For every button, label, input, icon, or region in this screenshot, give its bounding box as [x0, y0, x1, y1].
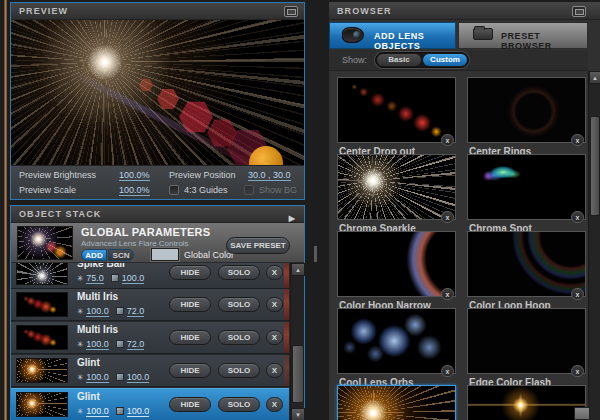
scrollbar-thumb[interactable]	[590, 116, 600, 216]
stack-row-values: ✳ 100.0 72.0	[77, 339, 144, 349]
hide-button[interactable]: HIDE	[169, 363, 211, 378]
preview-scale-label: Preview Scale	[19, 185, 76, 195]
browser-scrollbar[interactable]: ▲	[588, 71, 600, 420]
solo-button[interactable]: SOLO	[218, 397, 260, 412]
brightness-icon: ✳	[77, 340, 84, 349]
scale-value[interactable]: 72.0	[127, 339, 145, 350]
lens-object-thumbnail[interactable]: x	[337, 77, 456, 143]
stack-row[interactable]: Multi Iris ✳ 100.0 72.0 HIDE SOLO X	[11, 322, 289, 354]
folder-icon	[473, 28, 493, 40]
scroll-up-icon[interactable]: ▲	[589, 71, 600, 84]
stack-row[interactable]: Spike Ball ✳ 75.0 100.0 HIDE SOLO X	[11, 263, 289, 289]
guides-checkbox[interactable]	[169, 185, 179, 195]
stack-row-thumbnail	[16, 358, 68, 383]
delete-button[interactable]: X	[266, 397, 283, 412]
scale-value[interactable]: 100.0	[127, 372, 150, 383]
global-color-label: Global Color	[184, 250, 234, 260]
brightness-icon: ✳	[77, 307, 84, 316]
show-basic-button[interactable]: Basic	[377, 54, 421, 66]
delete-button[interactable]: X	[266, 330, 283, 345]
stack-row-values: ✳ 100.0 100.0	[77, 372, 149, 382]
object-stack-header: OBJECT STACK ▶	[11, 206, 304, 223]
row-edge-strip	[284, 322, 289, 353]
stack-row-name: Multi Iris	[77, 324, 118, 335]
lens-object-thumbnail[interactable]: x	[467, 154, 586, 220]
hide-button[interactable]: HIDE	[169, 297, 211, 312]
add-mode-button[interactable]: ADD	[81, 249, 107, 261]
global-color-swatch[interactable]	[151, 248, 179, 261]
delete-button[interactable]: X	[266, 297, 283, 312]
preview-brightness-value[interactable]: 100.0%	[119, 170, 150, 181]
scrollbar-thumb[interactable]	[292, 345, 304, 403]
brightness-value[interactable]: 100.0	[86, 306, 109, 317]
preview-position-value[interactable]: 30.0 , 30.0	[248, 170, 291, 181]
stack-row-values: ✳ 100.0 100.0	[77, 406, 149, 416]
panel-divider-handle[interactable]	[314, 246, 317, 262]
remove-thumb-button[interactable]: x	[571, 365, 584, 377]
stack-row-name: Glint	[77, 357, 100, 368]
tab-preset-browser[interactable]: PRESET BROWSER	[458, 22, 588, 49]
scroll-down-icon[interactable]: ▼	[291, 408, 305, 420]
object-stack-list: Spike Ball ✳ 75.0 100.0 HIDE SOLO X Mult…	[11, 263, 304, 420]
lens-object-thumbnail[interactable]: x	[467, 231, 586, 297]
preview-brightness-label: Preview Brightness	[19, 170, 96, 180]
remove-thumb-button[interactable]: x	[571, 288, 584, 300]
flare-preview-canvas[interactable]	[11, 20, 304, 165]
popout-window-icon[interactable]	[572, 6, 586, 17]
stack-row[interactable]: Glint ✳ 100.0 100.0 HIDE SOLO X	[11, 355, 289, 387]
stack-row-thumbnail	[16, 392, 68, 417]
stack-scrollbar[interactable]: ▲ ▼	[290, 263, 304, 420]
scrollbar-corner[interactable]	[574, 407, 590, 420]
delete-button[interactable]: X	[266, 363, 283, 378]
show-custom-button[interactable]: Custom	[423, 54, 467, 66]
remove-thumb-button[interactable]: x	[571, 134, 584, 146]
show-bg-checkbox[interactable]	[244, 185, 254, 195]
delete-button[interactable]: X	[266, 265, 283, 280]
hide-button[interactable]: HIDE	[169, 265, 211, 280]
brightness-value[interactable]: 75.0	[86, 273, 104, 284]
preview-scale-value[interactable]: 100.0%	[119, 185, 150, 196]
stack-row-selected[interactable]: Glint ✳ 100.0 100.0 HIDE SOLO X	[11, 388, 289, 420]
lens-object-thumbnail-selected[interactable]	[337, 385, 456, 420]
scale-icon	[116, 407, 124, 415]
scroll-up-icon[interactable]: ▲	[291, 263, 305, 276]
hide-button[interactable]: HIDE	[169, 330, 211, 345]
brightness-value[interactable]: 100.0	[86, 406, 109, 417]
brightness-icon: ✳	[77, 373, 84, 382]
preview-header: PREVIEW	[11, 3, 304, 20]
popout-window-icon[interactable]	[284, 6, 298, 17]
solo-button[interactable]: SOLO	[218, 363, 260, 378]
scale-value[interactable]: 100.0	[122, 273, 145, 284]
brightness-value[interactable]: 100.0	[86, 339, 109, 350]
brightness-value[interactable]: 100.0	[86, 372, 109, 383]
tab-add-lens-objects[interactable]: ADD LENS OBJECTS	[329, 22, 456, 49]
lens-object-thumbnail[interactable]: x	[337, 231, 456, 297]
remove-thumb-button[interactable]: x	[441, 134, 454, 146]
scale-value[interactable]: 100.0	[127, 406, 150, 417]
stack-row[interactable]: Multi Iris ✳ 100.0 72.0 HIDE SOLO X	[11, 289, 289, 321]
remove-thumb-button[interactable]: x	[441, 288, 454, 300]
row-edge-strip	[284, 263, 289, 288]
remove-thumb-button[interactable]: x	[441, 365, 454, 377]
lens-object-thumbnail[interactable]: x	[337, 154, 456, 220]
row-edge-strip	[284, 355, 289, 386]
solo-button[interactable]: SOLO	[218, 330, 260, 345]
global-parameters-subtitle: Advanced Lens Flare Controls	[81, 239, 189, 248]
lens-object-thumbnail[interactable]: x	[467, 77, 586, 143]
scale-value[interactable]: 72.0	[127, 306, 145, 317]
save-preset-button[interactable]: SAVE PRESET	[226, 237, 290, 254]
lens-object-thumbnail[interactable]	[467, 385, 586, 420]
brightness-icon: ✳	[77, 407, 84, 416]
remove-thumb-button[interactable]: x	[571, 211, 584, 223]
scn-mode-button[interactable]: SCN	[108, 249, 134, 261]
lens-object-thumbnail[interactable]: x	[467, 308, 586, 374]
remove-thumb-button[interactable]: x	[441, 211, 454, 223]
solo-button[interactable]: SOLO	[218, 265, 260, 280]
lens-object-thumbnail[interactable]: x	[337, 308, 456, 374]
bokeh-hex	[139, 78, 153, 92]
lens-icon	[342, 27, 364, 43]
solo-button[interactable]: SOLO	[218, 297, 260, 312]
stack-row-values: ✳ 100.0 72.0	[77, 306, 144, 316]
preview-panel: PREVIEW Preview Brightness 100.0% Previe…	[10, 2, 305, 200]
hide-button[interactable]: HIDE	[169, 397, 211, 412]
